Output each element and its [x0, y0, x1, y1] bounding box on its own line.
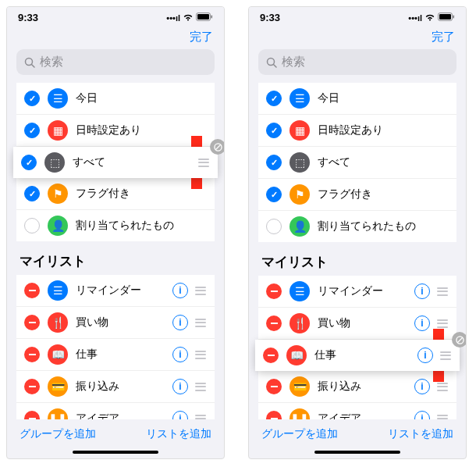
my-lists-card: ☰ リマインダー i 🍴 買い物 i 📖 仕事 i [258, 276, 456, 419]
checkbox[interactable] [266, 91, 282, 106]
info-icon[interactable]: i [172, 379, 188, 394]
smart-row[interactable]: ☰ 今日 [258, 83, 456, 115]
delete-icon[interactable] [24, 347, 40, 362]
flag-icon: ⚑ [48, 184, 68, 204]
checkbox[interactable] [24, 186, 40, 201]
checkbox[interactable] [24, 123, 40, 138]
smart-lists-card: ☰ 今日 ▦ 日時設定あり ⬚ すべて ⚑ フラグ付き 👤 割り当てられたもの [258, 83, 456, 242]
checkbox[interactable] [24, 218, 40, 234]
wifi-icon [424, 13, 435, 23]
drag-handle-icon[interactable] [194, 319, 207, 327]
delete-icon[interactable] [24, 411, 40, 419]
delete-icon[interactable] [266, 379, 282, 394]
drag-handle-icon[interactable] [194, 287, 207, 295]
info-icon[interactable]: i [172, 411, 188, 419]
smart-row[interactable]: ☰ 今日 [16, 83, 215, 115]
work-icon: 📖 [286, 345, 307, 365]
list-row[interactable]: 📖 仕事 i [255, 340, 460, 371]
drag-handle-icon[interactable] [436, 287, 449, 296]
delete-icon[interactable] [263, 348, 279, 363]
checkbox[interactable] [266, 155, 282, 170]
list-label: 仕事 [76, 348, 172, 362]
drag-handle-icon[interactable] [194, 383, 207, 391]
list-row[interactable]: ❚❚ アイデア i [258, 403, 456, 419]
checkbox[interactable] [21, 155, 37, 170]
list-label: 買い物 [76, 315, 172, 330]
status-icons: •••ıl [166, 12, 213, 23]
checkbox[interactable] [266, 123, 282, 138]
drag-handle-icon[interactable] [197, 159, 210, 167]
phone-left: 9:33 •••ıl 完了 検索 ☰ 今日 ▦ 日時設定あり [6, 6, 225, 459]
delete-icon[interactable] [266, 411, 282, 419]
delete-icon[interactable] [24, 283, 40, 298]
checkbox[interactable] [24, 91, 40, 106]
list-row[interactable]: ☰ リマインダー i [16, 275, 215, 307]
dragging-row[interactable]: 📖 仕事 i [255, 340, 460, 371]
smart-row[interactable]: 👤 割り当てられたもの [16, 210, 215, 241]
drag-handle-icon[interactable] [436, 383, 449, 391]
list-row[interactable]: 📖 仕事 i [16, 339, 215, 371]
list-row[interactable]: 🍴 買い物 i [16, 307, 215, 339]
mylist-header: マイリスト [249, 253, 466, 276]
bottom-toolbar: グループを追加 リストを追加 [249, 419, 466, 447]
smart-row[interactable]: 👤 割り当てられたもの [258, 211, 456, 242]
list-row[interactable]: ☰ リマインダー i [258, 276, 456, 308]
smart-label: 今日 [76, 91, 207, 105]
info-icon[interactable]: i [172, 315, 188, 330]
info-icon[interactable]: i [417, 348, 433, 363]
add-list-button[interactable]: リストを追加 [388, 427, 453, 441]
smart-row[interactable]: ⬚ すべて [258, 147, 456, 179]
search-field[interactable]: 検索 [16, 49, 215, 75]
add-list-button[interactable]: リストを追加 [146, 427, 211, 441]
smart-row[interactable]: ⚑ フラグ付き [258, 179, 456, 211]
drag-handle-icon[interactable] [439, 351, 452, 360]
list-row[interactable]: 💳 振り込み i [16, 371, 215, 403]
done-button[interactable]: 完了 [190, 30, 213, 45]
drag-handle-icon[interactable] [194, 351, 207, 359]
svg-rect-2 [211, 16, 213, 19]
svg-line-11 [274, 64, 277, 67]
checkbox[interactable] [266, 187, 282, 202]
delete-icon[interactable] [266, 283, 282, 299]
delete-icon[interactable] [24, 315, 40, 330]
smart-row[interactable]: ⬚ すべて [13, 147, 218, 178]
delete-icon[interactable] [266, 315, 282, 331]
delete-icon[interactable] [24, 379, 40, 394]
status-icons: •••ıl [408, 12, 455, 23]
checkbox[interactable] [266, 219, 282, 234]
dragging-row[interactable]: ⬚ すべて [13, 147, 218, 178]
remind-icon: ☰ [290, 281, 310, 301]
add-group-button[interactable]: グループを追加 [20, 427, 96, 441]
info-icon[interactable]: i [172, 283, 188, 298]
assign-icon: 👤 [290, 216, 310, 237]
info-icon[interactable]: i [414, 411, 430, 419]
my-lists-card: ☰ リマインダー i 🍴 買い物 i 📖 仕事 i 💳 振り込み i [16, 275, 215, 419]
signal-icon: •••ıl [166, 13, 180, 23]
assign-icon: 👤 [48, 216, 68, 236]
drag-handle-icon[interactable] [436, 319, 449, 328]
drag-handle-icon[interactable] [436, 415, 449, 420]
battery-icon [196, 12, 213, 23]
today-icon: ☰ [48, 88, 68, 109]
smart-lists-card: ☰ 今日 ▦ 日時設定あり ⬚ すべて ⚑ [16, 83, 215, 241]
work-icon: 📖 [48, 344, 68, 365]
add-group-button[interactable]: グループを追加 [261, 427, 338, 441]
smart-label: 割り当てられたもの [318, 219, 449, 234]
smart-row[interactable]: ▦ 日時設定あり [258, 115, 456, 147]
list-label: アイデア [318, 412, 414, 419]
home-indicator [73, 451, 158, 454]
all-icon: ⬚ [44, 152, 65, 173]
search-icon [24, 57, 35, 68]
info-icon[interactable]: i [172, 347, 188, 362]
list-label: 仕事 [314, 348, 417, 362]
smart-label: 今日 [318, 91, 449, 105]
search-field[interactable]: 検索 [258, 49, 456, 75]
flag-icon: ⚑ [290, 184, 310, 205]
done-button[interactable]: 完了 [432, 30, 455, 45]
drag-handle-icon[interactable] [194, 415, 207, 420]
all-icon: ⬚ [290, 152, 310, 173]
list-row[interactable]: ❚❚ アイデア i [16, 403, 215, 419]
remind-icon: ☰ [48, 280, 68, 301]
info-icon[interactable]: i [414, 283, 430, 299]
svg-rect-1 [197, 14, 209, 20]
